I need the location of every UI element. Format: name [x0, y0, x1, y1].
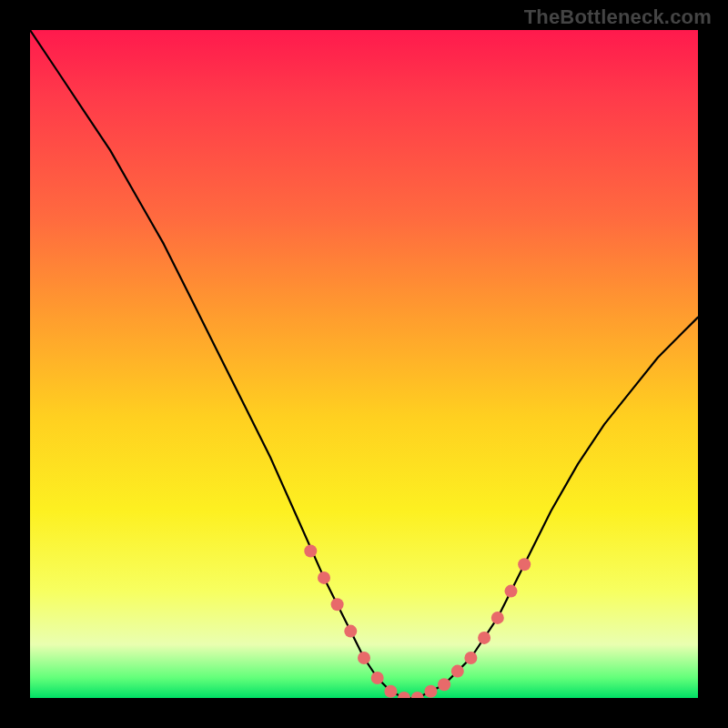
plot-area — [30, 30, 698, 698]
valley-dot — [505, 585, 518, 598]
valley-dot — [491, 612, 504, 624]
watermark-text: TheBottleneck.com — [524, 5, 712, 29]
valley-dot — [384, 685, 397, 698]
valley-dot — [438, 678, 450, 691]
valley-dot — [518, 558, 531, 571]
valley-dot — [411, 692, 424, 698]
valley-dots-group — [304, 545, 531, 699]
valley-dot — [424, 685, 437, 698]
valley-dot — [464, 652, 477, 664]
bottleneck-curve — [30, 30, 698, 698]
valley-dot — [371, 672, 384, 684]
curve-svg — [30, 30, 698, 698]
valley-dot — [398, 692, 410, 698]
valley-dot — [451, 665, 464, 678]
valley-dot — [331, 598, 344, 611]
chart-frame: TheBottleneck.com — [0, 0, 728, 728]
valley-dot — [318, 571, 330, 584]
valley-dot — [358, 652, 370, 664]
valley-dot — [344, 625, 357, 638]
valley-dot — [304, 545, 317, 558]
valley-dot — [478, 632, 490, 644]
